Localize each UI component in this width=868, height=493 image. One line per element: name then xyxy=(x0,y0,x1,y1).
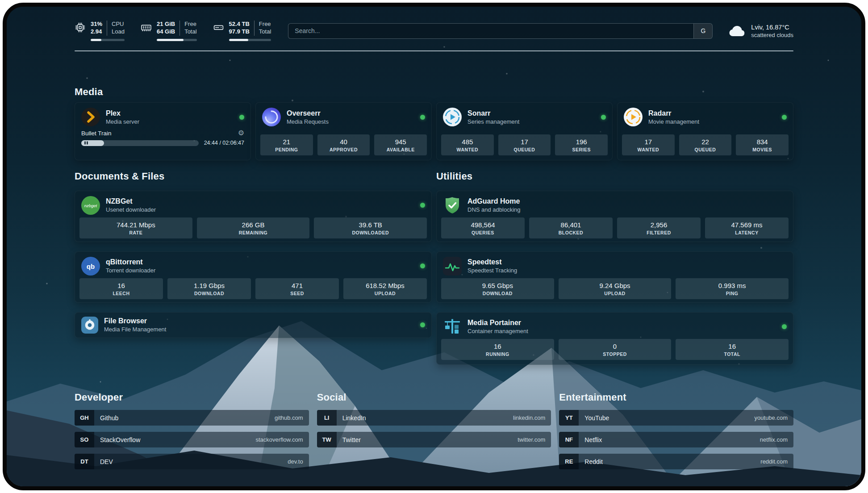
stat-value: 39.6 TB xyxy=(316,221,425,229)
stat-value: 16 xyxy=(677,343,787,350)
app-subtitle: Torrent downloader xyxy=(106,267,155,274)
adguard-icon xyxy=(443,196,462,215)
playback-progress-bar[interactable] xyxy=(81,140,199,146)
qbittorrent-icon: qb xyxy=(81,257,100,276)
bookmark-reddit[interactable]: RERedditreddit.com xyxy=(559,454,793,469)
ram-progress-bar xyxy=(157,39,197,41)
stat-value: 498,564 xyxy=(443,221,523,229)
pause-button[interactable] xyxy=(84,142,88,145)
app-card-speedtest[interactable]: Speedtest Speedtest Tracking 9.65 GbpsDO… xyxy=(436,251,793,303)
stat-label: WANTED xyxy=(624,147,673,152)
bookmark-abbr: LI xyxy=(317,410,337,426)
bookmark-group-social: Social LILinkedInlinkedin.comTWTwittertw… xyxy=(317,392,551,476)
svg-text:nzbget: nzbget xyxy=(84,203,97,208)
status-online-dot xyxy=(239,115,244,120)
stat-value: 21 xyxy=(262,138,311,146)
disk-free-value: 52.4 TB xyxy=(229,21,250,28)
stat-leech: 16LEECH xyxy=(79,278,163,299)
stat-value: 22 xyxy=(681,138,730,146)
stat-value: 945 xyxy=(376,138,425,146)
stat-remaining: 266 GBREMAINING xyxy=(197,217,310,238)
bookmarks-area: Developer GHGithubgithub.comSOStackOverf… xyxy=(75,392,793,476)
stat-value: 1.19 Gbps xyxy=(169,282,249,289)
ram-total-value: 64 GiB xyxy=(157,28,175,36)
stat-label: TOTAL xyxy=(677,351,787,357)
stat-queued: 17QUEUED xyxy=(498,134,551,155)
bookmark-abbr: TW xyxy=(317,432,337,447)
bookmark-netflix[interactable]: NFNetflixnetflix.com xyxy=(559,432,793,447)
monitor-cpu: 31% 2.94 CPU Load xyxy=(75,21,125,41)
bookmark-twitter[interactable]: TWTwittertwitter.com xyxy=(317,432,551,447)
disk-progress-bar xyxy=(229,39,271,41)
bookmark-github[interactable]: GHGithubgithub.com xyxy=(75,410,309,426)
section-heading-developer: Developer xyxy=(75,392,309,403)
nzbget-icon: nzbget xyxy=(81,196,100,215)
stat-value: 40 xyxy=(319,138,368,146)
app-card-portainer[interactable]: Media Portainer Container management 16R… xyxy=(436,312,793,365)
status-online-dot xyxy=(601,115,606,120)
app-card-sonarr[interactable]: Sonarr Series management 485WANTED17QUEU… xyxy=(436,102,613,160)
bookmark-stackoverflow[interactable]: SOStackOverflowstackoverflow.com xyxy=(75,432,309,447)
stat-seed: 471SEED xyxy=(255,278,339,299)
app-card-adguard[interactable]: AdGuard Home DNS and adblocking 498,564Q… xyxy=(436,191,793,242)
cloud-icon xyxy=(728,24,746,38)
monitor-ram: 21 GiB 64 GiB Free Total xyxy=(141,21,197,41)
ram-free-value: 21 GiB xyxy=(157,21,175,28)
stat-available: 945AVAILABLE xyxy=(374,134,427,155)
stat-wanted: 485WANTED xyxy=(441,134,494,155)
dashboard-window: 31% 2.94 CPU Load xyxy=(3,3,865,490)
bookmark-youtube[interactable]: YTYouTubeyoutube.com xyxy=(559,410,793,426)
app-subtitle: Media Requests xyxy=(287,118,329,125)
app-card-plex[interactable]: Plex Media server Bullet Train ⚙ xyxy=(75,102,251,160)
nzbget-stats: 744.21 MbpsRATE266 GBREMAINING39.6 TBDOW… xyxy=(75,217,431,242)
stat-ping: 0.993 msPING xyxy=(676,278,789,299)
app-title: Media Portainer xyxy=(467,319,528,327)
app-subtitle: Movie management xyxy=(648,118,699,125)
bookmark-linkedin[interactable]: LILinkedInlinkedin.com xyxy=(317,410,551,426)
bookmark-dev[interactable]: DTDEVdev.to xyxy=(75,454,309,469)
app-card-filebrowser[interactable]: File Browser Media File Management xyxy=(75,312,432,338)
stat-wanted: 17WANTED xyxy=(622,134,675,155)
bookmark-name: YouTube xyxy=(584,414,609,422)
sonarr-stats: 485WANTED17QUEUED196SERIES xyxy=(437,134,612,160)
stat-label: PING xyxy=(677,291,787,296)
stat-value: 9.65 Gbps xyxy=(443,282,552,289)
search-bar: G xyxy=(288,23,713,39)
search-input[interactable] xyxy=(288,27,693,34)
stat-label: QUEUED xyxy=(681,147,730,152)
monitor-disk: 52.4 TB 97.9 TB Free Total xyxy=(213,21,271,41)
stat-movies: 834MOVIES xyxy=(736,134,789,155)
stat-label: LEECH xyxy=(81,291,161,296)
filebrowser-icon xyxy=(81,317,98,334)
stat-approved: 40APPROVED xyxy=(317,134,370,155)
stat-label: MOVIES xyxy=(738,147,787,152)
stat-rate: 744.21 MbpsRATE xyxy=(79,217,192,238)
stat-value: 9.24 Gbps xyxy=(560,282,670,289)
radarr-icon xyxy=(624,108,643,126)
sonarr-icon xyxy=(443,108,462,126)
stat-label: DOWNLOAD xyxy=(443,291,552,296)
section-heading-utilities: Utilities xyxy=(436,171,793,182)
app-title: Speedtest xyxy=(467,258,517,266)
app-card-qbittorrent[interactable]: qb qBittorrent Torrent downloader 16LEEC… xyxy=(75,251,432,303)
speedtest-stats: 9.65 GbpsDOWNLOAD9.24 GbpsUPLOAD0.993 ms… xyxy=(437,278,793,303)
bookmark-name: Twitter xyxy=(342,436,361,443)
disk-icon xyxy=(213,22,224,33)
app-title: Sonarr xyxy=(467,109,519,117)
app-title: AdGuard Home xyxy=(467,197,521,205)
stat-downloaded: 39.6 TBDOWNLOADED xyxy=(314,217,427,238)
stat-label: RUNNING xyxy=(443,351,552,357)
playback-time: 24:44 / 02:06:47 xyxy=(204,140,244,146)
app-card-overseerr[interactable]: Overseerr Media Requests 21PENDING40APPR… xyxy=(255,102,432,160)
entertainment-bookmarks: YTYouTubeyoutube.comNFNetflixnetflix.com… xyxy=(559,410,793,469)
bookmark-url: linkedin.com xyxy=(513,414,545,421)
stat-label: DOWNLOADED xyxy=(316,230,425,235)
search-engine-button[interactable]: G xyxy=(693,24,712,38)
widget-settings-icon[interactable]: ⚙ xyxy=(238,130,244,137)
stat-label: FILTERED xyxy=(619,230,699,235)
app-card-nzbget[interactable]: nzbget NZBGet Usenet downloader 744.21 M… xyxy=(75,191,432,242)
section-heading-social: Social xyxy=(317,392,551,403)
stat-value: 266 GB xyxy=(199,221,308,229)
bookmark-name: Netflix xyxy=(584,436,602,443)
app-card-radarr[interactable]: Radarr Movie management 17WANTED22QUEUED… xyxy=(617,102,793,160)
